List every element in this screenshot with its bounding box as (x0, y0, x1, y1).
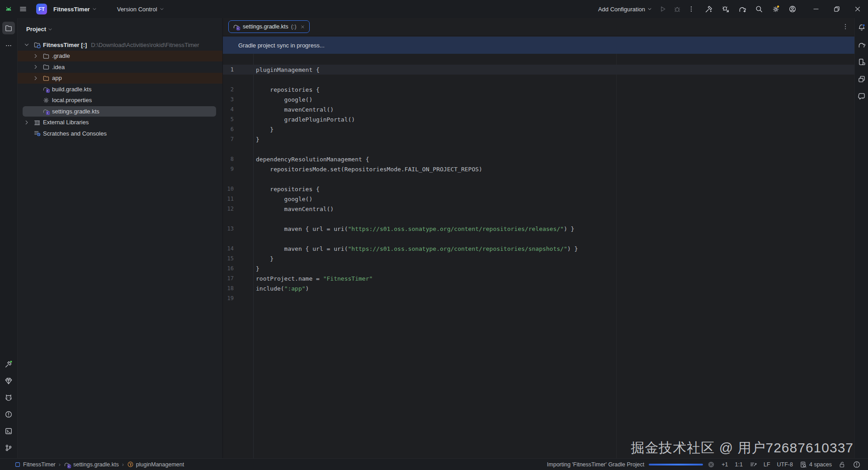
tab-label: settings.gradle.kts (243, 24, 288, 30)
code-line-10[interactable]: 10 repositories { (223, 184, 854, 194)
code-style-widget-icon[interactable] (750, 461, 757, 468)
version-control-tool-icon[interactable] (5, 444, 13, 452)
notifications-status-icon[interactable] (853, 461, 861, 469)
device-manager-icon[interactable] (858, 75, 866, 83)
tree-item-dot-gradle[interactable]: .gradle (18, 51, 222, 62)
project-selector[interactable]: FitnessTimer (51, 4, 106, 14)
code-line-7[interactable]: 7} (223, 134, 854, 144)
indent-icon (800, 461, 807, 468)
code-line-2[interactable]: 2 repositories { (223, 85, 854, 94)
folder-app-icon (42, 74, 50, 82)
add-configuration-selector[interactable]: Add Configuration (598, 6, 652, 13)
close-button[interactable] (847, 0, 868, 18)
tree-item-local-properties[interactable]: local.properties (18, 95, 222, 106)
chevron-down-icon (92, 6, 97, 12)
breadcrumb-element[interactable]: pluginManagement (127, 461, 184, 468)
chevron-right-icon[interactable] (23, 119, 30, 126)
caret-position[interactable]: 1:1 (735, 461, 743, 468)
project-panel-header[interactable]: Project (18, 22, 222, 37)
breadcrumb-file[interactable]: settings.gradle.kts (64, 461, 119, 468)
run-button[interactable] (659, 5, 667, 13)
terminal-icon[interactable] (5, 427, 13, 435)
code-line-blank[interactable] (223, 144, 854, 154)
gradle-sync-icon[interactable] (738, 5, 746, 13)
more-tool-windows-button[interactable] (2, 39, 15, 52)
breadcrumb-project[interactable]: FitnessTimer (14, 461, 56, 468)
search-everywhere-icon[interactable] (755, 5, 763, 13)
attach-debugger-icon[interactable] (722, 5, 730, 13)
problems-icon[interactable] (5, 410, 13, 418)
code-text: repositories { (223, 186, 320, 193)
tree-item-external-libraries[interactable]: External Libraries (18, 117, 222, 128)
tab-close-icon[interactable] (300, 24, 305, 29)
tree-item-fitnesstimer-root[interactable]: FitnessTimer [:]D:\Download\Activities\r… (18, 39, 222, 51)
build-icon[interactable] (705, 5, 713, 13)
code-line-blank[interactable] (223, 214, 854, 224)
code-line-1[interactable]: 1pluginManagement { (223, 65, 854, 75)
titlebar: FT FitnessTimer Version Control Add Conf… (0, 0, 868, 18)
code-line-11[interactable]: 11 google() (223, 194, 854, 204)
code-line-8[interactable]: 8dependencyResolutionManagement { (223, 154, 854, 164)
code-line-18[interactable]: 18include(":app") (223, 283, 854, 293)
line-number: 16 (223, 265, 234, 272)
code-line-14[interactable]: 14 maven { url = uri("https://s01.oss.so… (223, 244, 854, 254)
readonly-lock-icon[interactable] (839, 461, 846, 468)
project-tool-button[interactable] (2, 22, 15, 34)
gradle-tool-icon[interactable] (858, 41, 866, 49)
minimize-button[interactable] (806, 0, 826, 18)
tree-item-build-gradle-kts[interactable]: build.gradle.kts (18, 84, 222, 95)
account-icon[interactable] (788, 5, 797, 13)
code-editor[interactable]: 1pluginManagement {2 repositories {3 goo… (223, 54, 854, 458)
code-line-blank[interactable] (223, 75, 854, 85)
code-line-blank[interactable] (223, 234, 854, 244)
breadcrumb-separator: › (122, 461, 124, 468)
version-control-selector[interactable]: Version Control (114, 4, 174, 14)
code-line-5[interactable]: 5 gradlePluginPortal() (223, 114, 854, 124)
notifications-bell-icon[interactable] (858, 24, 866, 32)
code-line-blank[interactable] (223, 174, 854, 184)
code-line-13[interactable]: 13 maven { url = uri("https://s01.oss.so… (223, 224, 854, 234)
code-line-4[interactable]: 4 mavenCentral() (223, 104, 854, 114)
tree-item-label: build.gradle.kts (52, 86, 91, 93)
code-line-19[interactable]: 19 (223, 293, 854, 303)
build-tool-icon[interactable] (5, 360, 13, 368)
restore-button[interactable] (826, 0, 847, 18)
line-ending[interactable]: LF (764, 461, 770, 468)
cancel-progress-icon[interactable] (708, 461, 715, 468)
code-line-17[interactable]: 17rootProject.name = "FitnessTimer" (223, 273, 854, 283)
tree-item-scratches-and-consoles[interactable]: Scratches and Consoles (18, 128, 222, 139)
code-text: mavenCentral() (223, 106, 334, 113)
tree-item-label: .gradle (52, 52, 70, 59)
code-line-3[interactable]: 3 google() (223, 94, 854, 104)
logcat-icon[interactable] (5, 394, 13, 402)
code-line-16[interactable]: 16} (223, 263, 854, 273)
more-icon (5, 42, 12, 49)
debug-button[interactable] (673, 5, 681, 13)
chevron-right-icon[interactable] (32, 52, 39, 60)
project-avatar[interactable]: FT (36, 4, 47, 14)
close-icon (854, 5, 861, 13)
minimize-icon (812, 5, 820, 13)
tab-settings-gradle-kts[interactable]: settings.gradle.kts (:) (228, 20, 310, 33)
running-devices-icon[interactable] (858, 58, 866, 66)
more-actions-icon[interactable] (688, 5, 695, 13)
chevron-down-icon[interactable] (23, 41, 30, 48)
indent-setting[interactable]: 4 spaces (800, 461, 832, 468)
code-line-15[interactable]: 15 } (223, 254, 854, 263)
gradle-file-icon (64, 461, 71, 468)
ai-assistant-icon[interactable] (858, 92, 866, 100)
tree-item-app[interactable]: app (18, 73, 222, 84)
main-menu-icon[interactable] (19, 5, 27, 13)
settings-gear-icon[interactable] (772, 5, 780, 13)
tree-item-dot-idea[interactable]: .idea (18, 61, 222, 73)
chevron-right-icon[interactable] (32, 75, 39, 82)
app-quality-insights-icon[interactable] (5, 377, 13, 385)
code-line-9[interactable]: 9 repositoriesMode.set(RepositoriesMode.… (223, 164, 854, 174)
tab-options-icon[interactable] (842, 23, 849, 30)
extra-progress-count[interactable]: +1 (722, 461, 728, 468)
chevron-right-icon[interactable] (32, 63, 39, 70)
code-line-6[interactable]: 6 } (223, 124, 854, 134)
tree-item-settings-gradle-kts[interactable]: settings.gradle.kts (18, 106, 222, 117)
file-encoding[interactable]: UTF-8 (777, 461, 793, 468)
code-line-12[interactable]: 12 mavenCentral() (223, 204, 854, 214)
